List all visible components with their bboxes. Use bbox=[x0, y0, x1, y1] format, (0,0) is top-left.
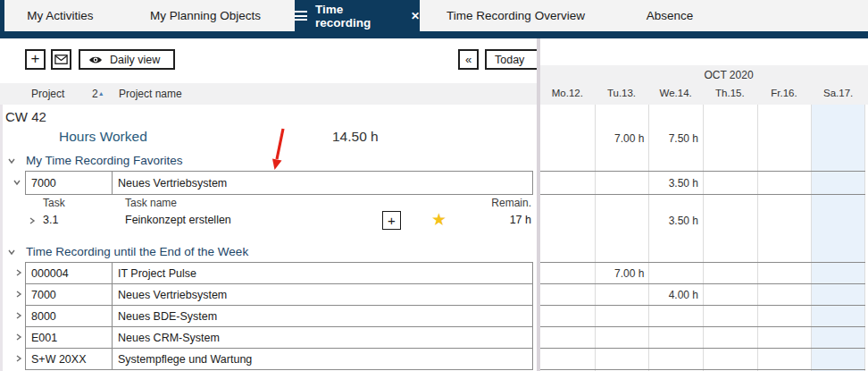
day-cell[interactable] bbox=[648, 263, 703, 284]
day-cell[interactable] bbox=[757, 263, 812, 284]
day-cell[interactable] bbox=[703, 127, 757, 150]
project-id-cell: E001 bbox=[26, 327, 113, 348]
day-cell[interactable] bbox=[595, 349, 649, 369]
previous-week-button[interactable]: « bbox=[458, 49, 479, 70]
project-grid-row: 7.00 h bbox=[540, 262, 865, 284]
day-cell[interactable] bbox=[703, 306, 757, 327]
chevron-right-icon[interactable] bbox=[14, 268, 23, 277]
day-cell[interactable] bbox=[811, 209, 865, 232]
project-name-cell: Neues CRM-System bbox=[113, 327, 532, 348]
day-cell[interactable] bbox=[811, 349, 865, 369]
chevron-right-icon[interactable] bbox=[14, 333, 23, 341]
tab-time-recording[interactable]: Time recording ✕ bbox=[295, 0, 420, 31]
day-cell[interactable] bbox=[703, 284, 757, 306]
time-recording-app: My Activities My Planning Objects Time r… bbox=[0, 0, 868, 371]
header-strip bbox=[0, 31, 868, 38]
favorite-project-row[interactable]: 7000 Neues Vertriebsystem bbox=[25, 171, 533, 195]
day-cell[interactable] bbox=[703, 263, 757, 284]
hamburger-icon[interactable] bbox=[295, 9, 307, 23]
day-cell[interactable] bbox=[648, 306, 703, 327]
add-entry-button[interactable]: + bbox=[25, 49, 46, 70]
day-cell[interactable] bbox=[703, 172, 757, 194]
project-name-cell: Neues Vertriebsystem bbox=[113, 172, 532, 194]
daily-view-button[interactable]: Daily view bbox=[79, 49, 175, 70]
day-cell[interactable] bbox=[540, 349, 595, 369]
project-id-cell: S+W 20XX bbox=[26, 349, 113, 369]
tab-my-activities[interactable]: My Activities bbox=[4, 0, 116, 31]
day-cell[interactable] bbox=[595, 172, 649, 194]
month-label: OCT 2020 bbox=[540, 69, 868, 81]
day-cell[interactable] bbox=[540, 284, 595, 306]
project-name-cell: Systempflege und Wartung bbox=[113, 349, 532, 369]
day-cell[interactable] bbox=[757, 127, 812, 150]
day-cell[interactable] bbox=[540, 127, 595, 150]
day-cell[interactable]: 3.50 h bbox=[648, 209, 703, 232]
project-row[interactable]: S+W 20XX Systempflege und Wartung bbox=[25, 348, 533, 370]
day-cell[interactable] bbox=[811, 263, 865, 284]
day-header: Sa.17. bbox=[811, 88, 865, 102]
day-cell[interactable] bbox=[595, 327, 649, 349]
add-time-button[interactable]: + bbox=[382, 211, 401, 230]
day-header: We.14. bbox=[648, 88, 703, 102]
project-id-cell: 7000 bbox=[26, 172, 113, 194]
day-cell[interactable] bbox=[811, 127, 865, 150]
chevron-down-icon[interactable] bbox=[13, 178, 21, 187]
day-cell[interactable] bbox=[540, 172, 595, 194]
day-cell[interactable]: 4.00 h bbox=[648, 284, 703, 306]
day-cell[interactable] bbox=[595, 306, 649, 327]
day-cell[interactable] bbox=[757, 284, 812, 306]
sort-indicator[interactable]: 2▲ bbox=[92, 83, 104, 105]
day-cell[interactable] bbox=[595, 284, 649, 306]
mail-button[interactable] bbox=[51, 49, 71, 70]
day-cell[interactable] bbox=[811, 306, 865, 327]
task-name: Feinkonzept erstellen bbox=[125, 214, 231, 226]
project-id-cell: 7000 bbox=[26, 284, 113, 305]
day-cell[interactable]: 7.50 h bbox=[648, 127, 703, 150]
day-cell[interactable] bbox=[757, 306, 812, 327]
close-icon[interactable]: ✕ bbox=[411, 10, 420, 22]
project-name-cell: IT Project Pulse bbox=[113, 263, 532, 283]
task-row[interactable]: 3.1 Feinkonzept erstellen + ★ 17 h bbox=[0, 209, 537, 232]
section-favorites[interactable]: My Time Recording Favorites bbox=[7, 154, 183, 167]
day-cell[interactable] bbox=[757, 172, 812, 194]
day-cell[interactable]: 7.00 h bbox=[595, 127, 649, 150]
today-button[interactable]: Today bbox=[485, 49, 537, 70]
chevron-right-icon[interactable] bbox=[14, 311, 23, 320]
hours-worked-total: 14.50 h bbox=[332, 129, 379, 145]
day-cell[interactable] bbox=[703, 209, 757, 232]
day-cell[interactable]: 7.00 h bbox=[595, 263, 649, 284]
section-title: Time Recording until the End of the Week bbox=[26, 245, 248, 258]
day-cell[interactable] bbox=[757, 349, 812, 369]
tab-absence[interactable]: Absence bbox=[612, 0, 728, 31]
project-row[interactable]: 000004 IT Project Pulse bbox=[25, 262, 533, 284]
day-cell[interactable] bbox=[648, 327, 703, 349]
day-cell[interactable] bbox=[540, 263, 595, 284]
day-cell[interactable] bbox=[540, 306, 595, 327]
favorite-star-icon[interactable]: ★ bbox=[431, 209, 447, 230]
tab-my-planning-objects[interactable]: My Planning Objects bbox=[116, 0, 295, 31]
chevron-right-icon[interactable] bbox=[14, 290, 23, 299]
day-cell[interactable] bbox=[540, 327, 595, 349]
day-cell[interactable] bbox=[703, 327, 757, 349]
section-until-eow[interactable]: Time Recording until the End of the Week bbox=[7, 245, 248, 258]
tab-time-recording-overview[interactable]: Time Recording Overview bbox=[420, 0, 612, 31]
column-project[interactable]: Project bbox=[31, 83, 64, 105]
content-area: + Daily view « Today Project 2 bbox=[0, 38, 868, 371]
day-cell[interactable]: 3.50 h bbox=[648, 172, 703, 194]
chevron-right-icon[interactable] bbox=[28, 216, 37, 225]
day-cell[interactable] bbox=[811, 284, 865, 306]
project-row[interactable]: 7000 Neues Vertriebsystem bbox=[25, 283, 533, 306]
day-cell[interactable] bbox=[703, 349, 757, 369]
chevron-right-icon[interactable] bbox=[14, 354, 23, 363]
project-row[interactable]: 8000 Neues BDE-System bbox=[25, 305, 533, 327]
day-cell[interactable] bbox=[811, 172, 865, 194]
day-cell[interactable] bbox=[757, 327, 812, 349]
day-cell[interactable] bbox=[595, 209, 649, 232]
day-cell[interactable] bbox=[811, 327, 865, 349]
project-row[interactable]: E001 Neues CRM-System bbox=[25, 326, 533, 349]
day-cell[interactable] bbox=[648, 349, 703, 369]
column-project-name[interactable]: Project name bbox=[119, 83, 182, 105]
task-id: 3.1 bbox=[43, 214, 58, 226]
day-cell[interactable] bbox=[540, 209, 595, 232]
day-cell[interactable] bbox=[757, 209, 812, 232]
